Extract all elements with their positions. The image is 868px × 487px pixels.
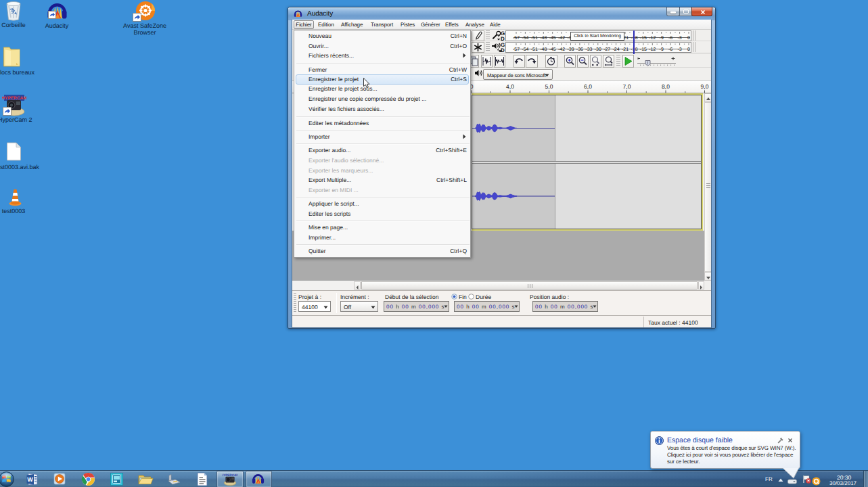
svg-text:-9: -9 bbox=[659, 36, 663, 41]
svg-text:-12: -12 bbox=[649, 36, 656, 41]
svg-text:-54: -54 bbox=[522, 36, 528, 41]
svg-text:-15: -15 bbox=[639, 36, 646, 41]
svg-text:-42: -42 bbox=[558, 47, 565, 52]
svg-text:-39: -39 bbox=[567, 47, 574, 52]
svg-text:-54: -54 bbox=[522, 47, 528, 52]
svg-text:-12: -12 bbox=[649, 47, 656, 52]
svg-text:-6: -6 bbox=[668, 36, 672, 41]
svg-text:-51: -51 bbox=[530, 36, 537, 41]
svg-text:-42: -42 bbox=[558, 36, 565, 41]
svg-text:-24: -24 bbox=[612, 47, 619, 52]
svg-text:8,0: 8,0 bbox=[662, 83, 670, 90]
svg-text:HYPERCAM: HYPERCAM bbox=[2, 96, 26, 101]
svg-text:6,0: 6,0 bbox=[584, 83, 592, 90]
svg-text:-33: -33 bbox=[585, 47, 592, 52]
svg-text:0: 0 bbox=[687, 36, 690, 41]
svg-text:-57: -57 bbox=[512, 36, 519, 41]
svg-text:-30: -30 bbox=[594, 47, 601, 52]
svg-text:-45: -45 bbox=[549, 36, 555, 41]
svg-text:-27: -27 bbox=[603, 47, 610, 52]
svg-text:-45: -45 bbox=[549, 47, 555, 52]
svg-text:-57: -57 bbox=[512, 47, 519, 52]
svg-text:-36: -36 bbox=[576, 47, 583, 52]
svg-text:5,0: 5,0 bbox=[545, 83, 553, 90]
svg-text:-48: -48 bbox=[540, 47, 547, 52]
svg-text:-9: -9 bbox=[659, 47, 663, 52]
svg-text:7,0: 7,0 bbox=[623, 83, 631, 90]
svg-text:4,0: 4,0 bbox=[506, 83, 514, 90]
svg-text:-21: -21 bbox=[621, 47, 628, 52]
svg-text:0: 0 bbox=[687, 47, 690, 52]
svg-text:-48: -48 bbox=[540, 36, 547, 41]
svg-text:HYPERCAM: HYPERCAM bbox=[223, 473, 237, 477]
svg-text:-6: -6 bbox=[668, 47, 672, 52]
svg-text:-51: -51 bbox=[530, 47, 537, 52]
svg-text:9,0: 9,0 bbox=[701, 83, 709, 90]
svg-text:-15: -15 bbox=[639, 47, 646, 52]
svg-text:-3: -3 bbox=[677, 36, 681, 41]
svg-text:-3: -3 bbox=[677, 47, 681, 52]
svg-text:W: W bbox=[27, 476, 33, 483]
